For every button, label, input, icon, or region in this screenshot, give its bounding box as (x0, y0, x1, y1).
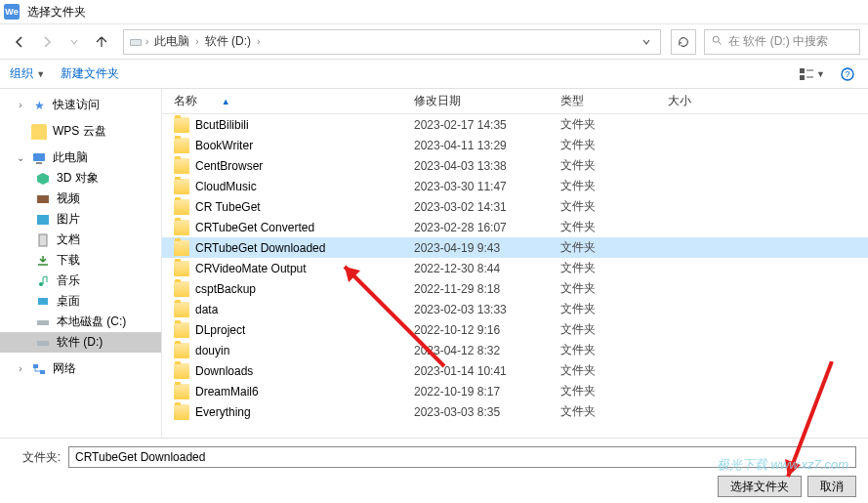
svg-text:?: ? (845, 69, 849, 79)
file-date: 2023-03-03 8:35 (406, 405, 553, 419)
file-row[interactable]: BcutBilibili2023-02-17 14:35文件夹 (162, 114, 868, 135)
sidebar-desktop[interactable]: 桌面 (0, 291, 161, 312)
file-row[interactable]: csptBackup2022-11-29 8:18文件夹 (162, 278, 868, 299)
cancel-button[interactable]: 取消 (807, 476, 856, 497)
view-options-button[interactable]: ▼ (795, 65, 829, 83)
chevron-right-icon[interactable]: › (144, 36, 150, 47)
breadcrumb-drive[interactable]: 软件 (D:) (201, 33, 255, 50)
file-row[interactable]: CRTubeGet Downloaded2023-04-19 9:43文件夹 (162, 237, 868, 258)
new-folder-button[interactable]: 新建文件夹 (61, 65, 119, 82)
folder-icon (174, 384, 189, 399)
sidebar-music[interactable]: 音乐 (0, 271, 161, 291)
file-row[interactable]: data2023-02-03 13:33文件夹 (162, 299, 868, 319)
column-headers: 名称 ▲ 修改日期 类型 大小 (162, 89, 868, 114)
file-row[interactable]: douyin2023-04-12 8:32文件夹 (162, 340, 868, 360)
chevron-right-icon[interactable]: › (16, 363, 25, 374)
file-row[interactable]: CRVideoMate Output2022-12-30 8:44文件夹 (162, 258, 868, 278)
select-folder-button[interactable]: 选择文件夹 (718, 476, 802, 497)
svg-rect-14 (39, 234, 47, 246)
file-type: 文件夹 (553, 260, 660, 276)
file-type: 文件夹 (553, 219, 660, 235)
sidebar-3d-objects[interactable]: 3D 对象 (0, 168, 161, 189)
svg-rect-1 (131, 40, 141, 45)
sidebar-pictures[interactable]: 图片 (0, 209, 161, 230)
column-date[interactable]: 修改日期 (406, 93, 553, 109)
chevron-right-icon[interactable]: › (193, 36, 200, 47)
file-date: 2023-02-17 14:35 (406, 118, 553, 132)
file-name: Downloads (195, 364, 253, 378)
sidebar-downloads[interactable]: 下载 (0, 250, 161, 271)
file-date: 2023-04-03 13:38 (406, 159, 553, 173)
file-name: CentBrowser (195, 159, 263, 173)
folder-icon (174, 302, 189, 317)
chevron-right-icon[interactable]: › (16, 100, 25, 110)
sidebar: ›★快速访问 WPS 云盘 ⌄此电脑 3D 对象 视频 图片 文档 下载 音乐 … (0, 89, 162, 438)
svg-rect-4 (800, 68, 805, 73)
sidebar-this-pc[interactable]: ⌄此电脑 (0, 147, 161, 168)
sidebar-videos[interactable]: 视频 (0, 189, 161, 209)
sidebar-software-d[interactable]: 软件 (D:) (0, 332, 161, 353)
sidebar-network[interactable]: ›网络 (0, 358, 161, 379)
sidebar-documents[interactable]: 文档 (0, 230, 161, 250)
file-type: 文件夹 (553, 239, 660, 256)
folder-icon (174, 240, 189, 256)
folder-icon (31, 124, 47, 140)
app-icon: We (4, 4, 20, 20)
forward-button[interactable] (35, 30, 59, 54)
file-date: 2023-01-14 10:41 (406, 364, 553, 378)
video-icon (35, 191, 51, 207)
back-button[interactable] (8, 30, 31, 54)
file-type: 文件夹 (553, 301, 660, 317)
search-input[interactable]: 在 软件 (D:) 中搜索 (704, 29, 860, 55)
chevron-down-icon[interactable]: ⌄ (16, 152, 25, 163)
chevron-right-icon[interactable]: › (255, 36, 262, 47)
file-type: 文件夹 (553, 362, 660, 379)
file-row[interactable]: DreamMail62022-10-19 8:17文件夹 (162, 381, 868, 401)
file-type: 文件夹 (553, 403, 660, 420)
file-row[interactable]: CentBrowser2023-04-03 13:38文件夹 (162, 155, 868, 176)
file-date: 2022-11-29 8:18 (406, 282, 553, 296)
folder-icon (174, 158, 189, 174)
folder-icon (174, 322, 189, 338)
sidebar-wps-cloud[interactable]: WPS 云盘 (0, 121, 161, 142)
file-type: 文件夹 (553, 116, 660, 133)
breadcrumb-this-pc[interactable]: 此电脑 (150, 33, 193, 50)
file-date: 2023-03-30 11:47 (406, 180, 553, 193)
file-row[interactable]: Everything2023-03-03 8:35文件夹 (162, 401, 868, 422)
column-type[interactable]: 类型 (553, 93, 660, 109)
column-size[interactable]: 大小 (660, 93, 738, 109)
refresh-button[interactable] (671, 29, 696, 55)
column-name[interactable]: 名称 ▲ (162, 93, 406, 109)
file-type: 文件夹 (553, 137, 660, 153)
help-button[interactable]: ? (837, 65, 858, 83)
file-date: 2023-04-19 9:43 (406, 241, 553, 255)
sidebar-local-disk-c[interactable]: 本地磁盘 (C:) (0, 312, 161, 332)
up-button[interactable] (90, 30, 113, 54)
sidebar-quick-access[interactable]: ›★快速访问 (0, 95, 161, 115)
file-date: 2023-02-28 16:07 (406, 221, 553, 234)
file-row[interactable]: CR TubeGet2023-03-02 14:31文件夹 (162, 196, 868, 217)
file-name: DreamMail6 (195, 385, 259, 398)
toolbar: › 此电脑 › 软件 (D:) › 在 软件 (D:) 中搜索 (0, 24, 868, 60)
file-row[interactable]: Downloads2023-01-14 10:41文件夹 (162, 360, 868, 381)
address-dropdown[interactable] (637, 37, 656, 47)
svg-rect-17 (37, 320, 49, 325)
file-row[interactable]: CRTubeGet Converted2023-02-28 16:07文件夹 (162, 217, 868, 237)
folder-name-input[interactable] (68, 446, 856, 468)
search-placeholder: 在 软件 (D:) 中搜索 (728, 33, 828, 50)
file-row[interactable]: BookWriter2023-04-11 13:29文件夹 (162, 135, 868, 155)
file-rows: BcutBilibili2023-02-17 14:35文件夹BookWrite… (162, 114, 868, 422)
svg-rect-16 (38, 298, 48, 305)
address-bar[interactable]: › 此电脑 › 软件 (D:) › (123, 29, 661, 55)
folder-icon (174, 261, 189, 276)
folder-icon (174, 363, 189, 379)
folder-icon (174, 117, 189, 133)
history-dropdown[interactable] (62, 30, 86, 54)
file-row[interactable]: DLproject2022-10-12 9:16文件夹 (162, 319, 868, 340)
organize-menu[interactable]: 组织 ▼ (10, 65, 45, 82)
file-row[interactable]: CloudMusic2023-03-30 11:47文件夹 (162, 176, 868, 196)
svg-rect-11 (36, 162, 42, 164)
file-name: CRVideoMate Output (195, 262, 307, 275)
file-name: Everything (195, 405, 251, 419)
file-name: CRTubeGet Converted (195, 221, 314, 234)
